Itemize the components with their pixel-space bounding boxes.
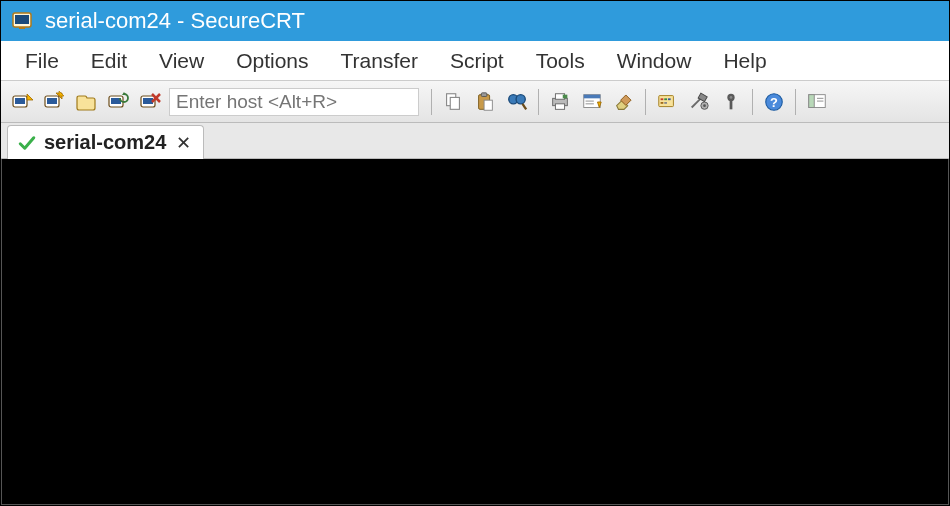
connect-in-tab-button[interactable] (71, 87, 101, 117)
find-button[interactable] (502, 87, 532, 117)
svg-rect-38 (668, 98, 671, 100)
session-options-button[interactable] (652, 87, 682, 117)
menu-bar: File Edit View Options Transfer Script T… (1, 41, 949, 81)
svg-rect-37 (664, 98, 667, 100)
help-button[interactable]: ? (759, 87, 789, 117)
tab-close-button[interactable]: ✕ (174, 132, 193, 154)
session-tab[interactable]: serial-com24 ✕ (7, 125, 204, 159)
disconnect-button[interactable] (135, 87, 165, 117)
svg-rect-35 (659, 95, 674, 106)
host-input[interactable] (169, 88, 419, 116)
reconnect-button[interactable] (103, 87, 133, 117)
menu-transfer[interactable]: Transfer (325, 45, 434, 77)
toolbar: ? (1, 81, 949, 123)
svg-point-23 (516, 94, 525, 103)
svg-text:?: ? (770, 94, 778, 109)
svg-rect-21 (484, 100, 492, 110)
clear-screen-button[interactable] (609, 87, 639, 117)
toolbar-separator (645, 89, 646, 115)
menu-file[interactable]: File (9, 45, 75, 77)
svg-rect-28 (563, 94, 568, 98)
svg-rect-40 (664, 102, 667, 104)
svg-rect-36 (661, 98, 664, 100)
toggle-panel-button[interactable] (802, 87, 832, 117)
svg-rect-2 (19, 27, 25, 29)
svg-rect-39 (661, 102, 664, 104)
menu-script[interactable]: Script (434, 45, 520, 77)
svg-rect-20 (481, 92, 487, 96)
quick-connect-button[interactable] (39, 87, 69, 117)
terminal-view[interactable] (1, 159, 949, 505)
menu-help[interactable]: Help (707, 45, 782, 77)
title-bar: serial-com24 - SecureCRT (1, 1, 949, 41)
svg-rect-27 (555, 103, 564, 109)
tab-bar: serial-com24 ✕ (1, 123, 949, 159)
svg-rect-51 (809, 94, 815, 107)
svg-rect-7 (47, 98, 57, 104)
svg-rect-46 (730, 100, 733, 109)
svg-marker-9 (59, 91, 64, 96)
connect-button[interactable] (7, 87, 37, 117)
window-title: serial-com24 - SecureCRT (45, 8, 305, 34)
svg-rect-4 (15, 98, 25, 104)
properties-button[interactable] (577, 87, 607, 117)
svg-rect-18 (450, 97, 459, 109)
print-button[interactable] (545, 87, 575, 117)
svg-rect-1 (15, 15, 29, 24)
svg-rect-30 (584, 94, 601, 98)
menu-tools[interactable]: Tools (520, 45, 601, 77)
svg-marker-5 (27, 94, 33, 100)
toolbar-separator (538, 89, 539, 115)
menu-view[interactable]: View (143, 45, 220, 77)
menu-window[interactable]: Window (601, 45, 708, 77)
paste-button[interactable] (470, 87, 500, 117)
svg-line-24 (523, 103, 527, 109)
connected-check-icon (18, 134, 36, 152)
tab-label: serial-com24 (44, 131, 166, 154)
toolbar-separator (752, 89, 753, 115)
copy-button[interactable] (438, 87, 468, 117)
lock-button[interactable] (716, 87, 746, 117)
svg-point-44 (703, 104, 706, 107)
menu-options[interactable]: Options (220, 45, 324, 77)
menu-edit[interactable]: Edit (75, 45, 143, 77)
toolbar-separator (431, 89, 432, 115)
app-icon (9, 8, 35, 34)
svg-point-47 (730, 96, 733, 99)
global-options-button[interactable] (684, 87, 714, 117)
toolbar-separator (795, 89, 796, 115)
svg-line-41 (692, 98, 701, 107)
